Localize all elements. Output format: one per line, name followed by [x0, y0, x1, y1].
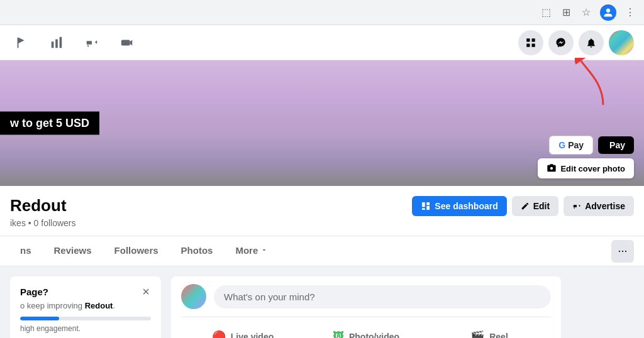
- dashboard-icon: [421, 201, 431, 211]
- google-pay-button[interactable]: GPay: [549, 136, 593, 155]
- post-avatar: [181, 284, 206, 309]
- progress-label: high engagement.: [20, 324, 151, 333]
- nav-left-icons: [10, 31, 138, 54]
- see-dashboard-button[interactable]: See dashboard: [412, 196, 506, 216]
- right-panel: [571, 276, 634, 328]
- page-info-section: Redout ikes • 0 followers See dashboard …: [0, 186, 644, 236]
- user-profile-picture[interactable]: [609, 30, 634, 55]
- edit-label: Edit: [533, 201, 550, 211]
- edit-page-button[interactable]: Edit: [512, 196, 558, 216]
- post-input[interactable]: What's on your mind?: [214, 285, 551, 308]
- analytics-icon[interactable]: [45, 31, 68, 54]
- svg-rect-10: [427, 206, 430, 210]
- left-panel: × Page? o keep improving Redout. high en…: [10, 276, 161, 328]
- progress-bar: [20, 317, 151, 320]
- promo-bold: 5 USD: [56, 117, 89, 129]
- svg-rect-5: [532, 38, 535, 41]
- camera-icon: [547, 163, 557, 173]
- apple-pay-button[interactable]: Pay: [598, 136, 634, 154]
- advertise-label: Advertise: [585, 201, 625, 211]
- page-name: Redout: [10, 196, 76, 215]
- page-improvement-card: × Page? o keep improving Redout. high en…: [10, 276, 161, 338]
- edit-cover-label: Edit cover photo: [560, 164, 625, 173]
- post-action-buttons: 🔴 Live video 🖼 Photo/video 🎬 Reel: [181, 317, 551, 338]
- browser-profile-icon[interactable]: [600, 4, 616, 21]
- tab-photos[interactable]: Photos: [171, 237, 223, 265]
- svg-rect-1: [55, 39, 58, 48]
- messenger-button[interactable]: [548, 30, 574, 55]
- svg-rect-2: [60, 36, 62, 47]
- cover-promo-banner: w to get 5 USD: [0, 112, 99, 135]
- tab-posts[interactable]: ns: [10, 237, 42, 265]
- tab-followers[interactable]: Followers: [104, 237, 169, 265]
- live-video-button[interactable]: 🔴 Live video: [181, 325, 304, 338]
- pay-text-google: Pay: [568, 140, 584, 150]
- reel-button[interactable]: 🎬 Reel: [428, 325, 551, 338]
- promo-text: w to get: [10, 117, 56, 129]
- page-action-buttons: See dashboard Edit Advertise: [412, 196, 634, 216]
- advertise-button[interactable]: Advertise: [564, 196, 634, 216]
- live-video-label: Live video: [231, 332, 274, 338]
- progress-fill: [20, 317, 59, 320]
- reel-label: Reel: [489, 332, 508, 338]
- cast-icon[interactable]: ⬚: [540, 6, 552, 19]
- payment-buttons: GPay Pay: [549, 136, 634, 155]
- create-post-box: What's on your mind? 🔴 Live video 🖼 Phot…: [171, 276, 561, 338]
- dashboard-label: See dashboard: [435, 201, 497, 211]
- main-content-area: × Page? o keep improving Redout. high en…: [0, 266, 644, 338]
- edit-cover-photo-button[interactable]: Edit cover photo: [538, 158, 634, 178]
- speaker-icon: [572, 202, 581, 210]
- live-video-icon: 🔴: [212, 330, 226, 338]
- svg-rect-11: [422, 208, 425, 210]
- tabs-overflow-button[interactable]: ···: [611, 240, 634, 263]
- card-title: Page?: [20, 286, 151, 297]
- browser-menu-icon[interactable]: ⋮: [624, 6, 636, 19]
- apple-pay-text: Pay: [609, 140, 625, 150]
- svg-rect-0: [52, 41, 54, 48]
- reel-icon: 🎬: [470, 330, 484, 338]
- video-nav-icon[interactable]: [116, 31, 138, 54]
- card-description: o keep improving Redout.: [20, 301, 151, 310]
- photo-video-button[interactable]: 🖼 Photo/video: [304, 325, 428, 338]
- g-letter: G: [558, 140, 565, 150]
- flag-icon[interactable]: [10, 31, 33, 54]
- photo-icon: 🖼: [333, 330, 344, 339]
- cover-photo: w to get 5 USD GPay Pay Edit cover photo: [0, 60, 644, 186]
- photo-video-label: Photo/video: [349, 332, 399, 338]
- grid-menu-button[interactable]: [518, 30, 543, 55]
- svg-rect-9: [422, 202, 425, 207]
- tab-search-icon[interactable]: ⊞: [560, 6, 572, 19]
- tab-reviews[interactable]: Reviews: [44, 237, 102, 265]
- page-tabs-bar: ns Reviews Followers Photos More ···: [0, 236, 644, 266]
- svg-rect-4: [526, 38, 530, 41]
- page-stats: ikes • 0 followers: [10, 218, 76, 228]
- center-panel: What's on your mind? 🔴 Live video 🖼 Phot…: [171, 276, 561, 328]
- pencil-icon: [521, 202, 530, 210]
- post-box-top: What's on your mind?: [181, 284, 551, 309]
- chevron-down-icon: [260, 246, 268, 254]
- star-icon[interactable]: ☆: [580, 6, 592, 19]
- browser-toolbar: ⬚ ⊞ ☆ ⋮: [0, 0, 644, 25]
- svg-rect-12: [427, 202, 430, 205]
- tab-more[interactable]: More: [225, 237, 278, 265]
- dismiss-card-button[interactable]: ×: [136, 281, 156, 302]
- svg-rect-3: [121, 40, 130, 45]
- megaphone-icon[interactable]: [80, 31, 103, 54]
- svg-rect-6: [526, 43, 530, 46]
- notifications-button[interactable]: [579, 30, 604, 55]
- svg-rect-7: [532, 43, 535, 46]
- nav-right-icons: [518, 30, 634, 55]
- facebook-navbar: [0, 25, 644, 60]
